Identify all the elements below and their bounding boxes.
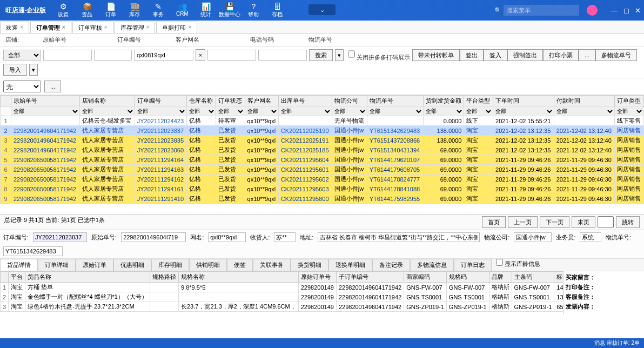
col-filter[interactable]: 全部 — [216, 107, 245, 116]
phone-input[interactable] — [207, 50, 256, 61]
nav-存档[interactable]: 🗄存档 — [265, 2, 289, 18]
detail-op-input[interactable] — [580, 232, 601, 242]
detail-tab-多物流信息[interactable]: 多物流信息 — [410, 259, 454, 271]
col-header[interactable]: 下单时间 — [493, 96, 554, 106]
table-row[interactable]: 82290820650058171942优人家居专营店JY20211129416… — [1, 184, 644, 194]
search-dropdown-button[interactable]: ▾ — [335, 49, 344, 61]
detail-col-header[interactable]: 子订单编号 — [336, 272, 404, 283]
col-filter[interactable]: 全部 — [367, 107, 423, 116]
nav-CRM[interactable]: 👥CRM — [170, 2, 194, 18]
filter-btn-签入[interactable]: 签入 — [484, 49, 507, 61]
detail-col-header[interactable]: 规格名称 — [178, 272, 298, 283]
detail-row[interactable]: 3淘宝绿色4格竹木托盘-无提手 23.7*21.3*2CM长23.7，宽21.3… — [1, 302, 564, 312]
col-filter[interactable]: 全部 — [187, 107, 216, 116]
table-row[interactable]: 52290820650058171942优人家居专营店JY20211129416… — [1, 155, 644, 165]
filter-btn-签出[interactable]: 签出 — [460, 49, 484, 61]
detail-orig-input[interactable] — [121, 232, 186, 242]
logi-no-input[interactable] — [258, 50, 307, 61]
col-filter[interactable]: 全部 — [11, 107, 79, 116]
pager-末页[interactable]: 末页 — [572, 216, 595, 228]
order-no-input[interactable] — [94, 50, 132, 61]
pager-首页[interactable]: 首页 — [482, 216, 506, 228]
nav-事务[interactable]: ✎事务 — [146, 2, 170, 18]
detail-col-header[interactable]: 标价 — [554, 272, 563, 283]
nav-帮助[interactable]: ?帮助 — [242, 2, 265, 18]
tab-订单管理[interactable]: 订单管理× — [30, 22, 71, 33]
orig-order-input[interactable] — [43, 50, 92, 61]
client-clear-button[interactable]: × — [196, 49, 205, 61]
col-filter[interactable]: 全部 — [554, 107, 615, 116]
col-filter[interactable]: 全部 — [80, 107, 135, 116]
nav-库存[interactable]: 🏬库存 — [123, 2, 146, 18]
close-icon[interactable]: ✕ — [635, 6, 641, 15]
table-row[interactable]: 92290820650058171942优人家居专营店JY20211129141… — [1, 194, 644, 204]
col-filter[interactable]: 全部 — [424, 107, 464, 116]
tab-欢迎[interactable]: 欢迎× — [0, 22, 29, 33]
nav-设置[interactable]: ⚙设置 — [51, 2, 75, 18]
search-input[interactable] — [504, 5, 579, 16]
filter-btn-多物流单号[interactable]: 多物流单号 — [595, 49, 637, 61]
detail-col-header[interactable]: 平台 — [9, 272, 25, 283]
nav-货品[interactable]: 📦货品 — [75, 2, 99, 18]
col-header[interactable]: 货到发货金额 — [423, 96, 464, 106]
filter-btn-打印小票[interactable]: 打印小票 — [543, 49, 579, 61]
detail-tab-便签[interactable]: 便签 — [227, 259, 253, 271]
filter-btn-带未付转帐单[interactable]: 带未付转帐单 — [412, 49, 460, 61]
detail-col-header[interactable]: 规格码 — [446, 272, 489, 283]
col-header[interactable]: 仓库名称 — [187, 96, 216, 106]
tab-close-icon[interactable]: × — [62, 22, 65, 34]
col-header[interactable]: 店铺名称 — [79, 96, 135, 106]
tab-单据打印[interactable]: 单据打印× — [156, 22, 197, 33]
more-filter-button[interactable]: ... — [44, 81, 61, 92]
nav-expand-icon[interactable]: ⌄ — [308, 4, 336, 15]
detail-tab-库存明细[interactable]: 库存明细 — [151, 259, 189, 271]
detail-tab-货品详情[interactable]: 货品详情 — [0, 259, 38, 271]
table-row[interactable]: 1亿格云仓-锡发多宝JY202112024423亿格待客审qx10**9qxl无… — [1, 116, 644, 126]
import-dropdown-button[interactable]: ▾ — [29, 64, 38, 76]
nav-订单[interactable]: 📄订单 — [99, 2, 123, 18]
col-filter[interactable]: 全部 — [493, 107, 554, 116]
col-header[interactable]: 原始单号 — [11, 96, 80, 106]
detail-tab-退换单明细[interactable]: 退换单明细 — [328, 259, 372, 271]
tab-库存管理[interactable]: 库存管理× — [115, 22, 156, 33]
none-select[interactable]: 无 — [3, 81, 41, 92]
table-row[interactable]: 32298200149604171942优人家居专营店JY20211202383… — [1, 136, 644, 145]
col-filter[interactable]: 全部 — [332, 107, 367, 116]
nav-统计[interactable]: 📊统计 — [194, 2, 218, 18]
col-header[interactable]: 物流单号 — [367, 96, 423, 106]
col-header[interactable]: 客户网名 — [245, 96, 278, 106]
show-arch-checkbox[interactable]: 显示库龄信息 — [496, 259, 540, 271]
detail-tab-订单日志[interactable]: 订单日志 — [454, 259, 492, 271]
minimize-icon[interactable]: — — [611, 6, 618, 15]
detail-tab-备注记录[interactable]: 备注记录 — [372, 259, 410, 271]
filter-btn-...[interactable]: ... — [579, 49, 595, 61]
pager-jump-button[interactable]: 跳转 — [616, 216, 640, 228]
detail-col-header[interactable]: 商家编码 — [404, 272, 447, 283]
detail-tab-供销明细[interactable]: 供销明细 — [189, 259, 227, 271]
maximize-icon[interactable]: ◻ — [623, 6, 629, 15]
pager-下一页[interactable]: 下一页 — [540, 216, 569, 228]
detail-tab-换货明细[interactable]: 换货明细 — [291, 259, 328, 271]
detail-logi-input[interactable] — [514, 232, 552, 242]
tab-订单审核[interactable]: 订单审核× — [72, 22, 113, 33]
detail-col-header[interactable]: 规格路径 — [150, 272, 178, 283]
tab-close-icon[interactable]: × — [104, 22, 108, 34]
col-header[interactable]: 出库单号 — [278, 96, 332, 106]
shop-select[interactable]: 全部 — [3, 50, 41, 61]
detail-tab-优惠明细[interactable]: 优惠明细 — [113, 259, 151, 271]
avatar[interactable] — [587, 5, 598, 16]
detail-col-header[interactable]: 主条码 — [512, 272, 554, 283]
table-row[interactable]: 22298200149604171942优人家居专营店JY20211202383… — [1, 126, 644, 136]
detail-tab-关联事务[interactable]: 关联事务 — [253, 259, 291, 271]
nav-数据中心[interactable]: 💾数据中心 — [218, 2, 242, 18]
detail-row[interactable]: 1淘宝方桶 垫单9.8*9.5*522982001492298200149604… — [1, 283, 564, 292]
detail-row[interactable]: 2淘宝金色螺手一对（配螺丝*4 螺丝刀*1）（大号）22982001492298… — [1, 292, 564, 302]
detail-addr-input[interactable] — [318, 232, 480, 242]
detail-order-input[interactable] — [33, 232, 87, 242]
table-row[interactable]: 72290820650058171942优人家居专营店JY20211129416… — [1, 175, 644, 184]
filter-btn-强制签出[interactable]: 强制签出 — [507, 49, 543, 61]
col-header[interactable]: 订单编号 — [135, 96, 186, 106]
detail-tab-订单详细[interactable]: 订单详细 — [38, 259, 76, 271]
col-filter[interactable]: 全部 — [135, 107, 186, 116]
col-header[interactable]: 订单状态 — [216, 96, 245, 106]
